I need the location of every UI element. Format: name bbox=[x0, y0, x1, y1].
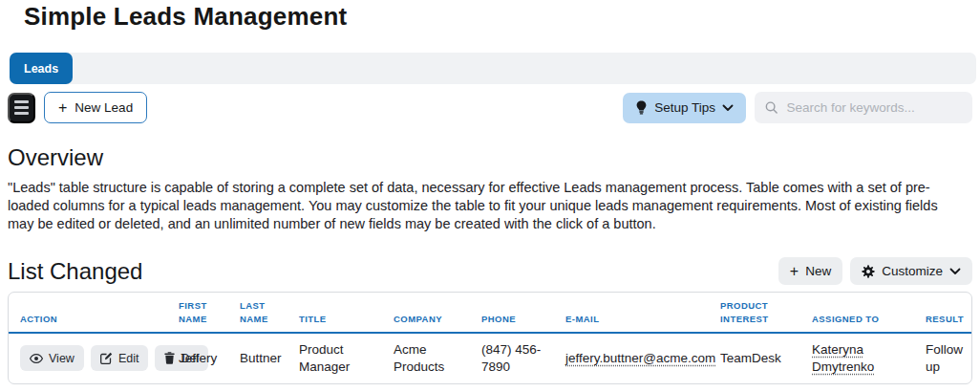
search-icon bbox=[765, 100, 778, 115]
table-row: View Edit bbox=[9, 333, 971, 383]
setup-tips-label: Setup Tips bbox=[654, 100, 715, 115]
chevron-down-icon bbox=[949, 268, 961, 275]
list-section-header: List Changed + New Customize bbox=[0, 257, 972, 285]
new-lead-label: New Lead bbox=[75, 100, 133, 115]
toolbar: + New Lead Setup Tips bbox=[8, 92, 972, 123]
tab-bar: Leads bbox=[10, 53, 976, 84]
edit-button[interactable]: Edit bbox=[91, 345, 149, 371]
hamburger-icon bbox=[14, 100, 29, 103]
plus-icon: + bbox=[790, 264, 799, 279]
cell-first-name: Jeffery bbox=[171, 333, 232, 383]
overview-heading: Overview bbox=[0, 144, 980, 171]
cell-phone: (847) 456-7890 bbox=[474, 333, 558, 383]
view-label: View bbox=[49, 352, 75, 365]
search-input[interactable] bbox=[786, 100, 962, 115]
new-record-label: New bbox=[805, 264, 831, 278]
cell-assigned-to-link[interactable]: Kateryna Dmytrenko bbox=[812, 342, 874, 374]
menu-button[interactable] bbox=[8, 93, 35, 123]
tab-leads[interactable]: Leads bbox=[10, 53, 73, 84]
column-header-result[interactable]: RESULT bbox=[918, 293, 971, 333]
chevron-down-icon bbox=[722, 104, 734, 112]
cell-email-link[interactable]: jeffery.buttner@acme.com bbox=[565, 351, 715, 365]
cell-company: Acme Products bbox=[386, 333, 474, 383]
page-title: Simple Leads Management bbox=[24, 2, 980, 32]
column-header-assigned-to[interactable]: ASSIGNED TO bbox=[804, 293, 918, 333]
column-header-action[interactable]: ACTION bbox=[9, 293, 171, 333]
new-lead-button[interactable]: + New Lead bbox=[44, 92, 147, 123]
customize-label: Customize bbox=[882, 264, 943, 278]
setup-tips-button[interactable]: Setup Tips bbox=[623, 93, 746, 123]
cell-product-interest: TeamDesk bbox=[713, 333, 804, 383]
plus-icon: + bbox=[58, 100, 67, 116]
eye-icon bbox=[30, 354, 43, 363]
edit-icon bbox=[100, 352, 113, 364]
new-record-button[interactable]: + New bbox=[778, 257, 842, 285]
edit-label: Edit bbox=[118, 352, 139, 365]
cell-title: Product Manager bbox=[291, 333, 386, 383]
cell-last-name: Buttner bbox=[232, 333, 291, 383]
column-header-first-name[interactable]: FIRST NAME bbox=[171, 293, 232, 333]
row-actions: View Edit bbox=[20, 345, 163, 371]
overview-body: "Leads" table structure is capable of st… bbox=[0, 179, 969, 233]
column-header-last-name[interactable]: LAST NAME bbox=[232, 293, 291, 333]
list-changed-heading: List Changed bbox=[0, 258, 778, 285]
column-header-company[interactable]: COMPANY bbox=[386, 293, 474, 333]
cell-result: Follow up bbox=[918, 333, 971, 383]
view-button[interactable]: View bbox=[20, 345, 84, 371]
search-box[interactable] bbox=[755, 92, 972, 123]
gear-icon bbox=[862, 265, 875, 278]
leads-table: ACTION FIRST NAME LAST NAME TITLE COMPAN… bbox=[8, 292, 972, 384]
customize-button[interactable]: Customize bbox=[850, 257, 972, 285]
table-header-row: ACTION FIRST NAME LAST NAME TITLE COMPAN… bbox=[9, 293, 971, 333]
column-header-product-interest[interactable]: PRODUCT INTEREST bbox=[713, 293, 804, 333]
column-header-title[interactable]: TITLE bbox=[291, 293, 386, 333]
column-header-phone[interactable]: PHONE bbox=[474, 293, 558, 333]
trash-icon bbox=[164, 352, 175, 364]
column-header-email[interactable]: E-MAIL bbox=[558, 293, 713, 333]
tab-leads-label: Leads bbox=[24, 62, 58, 76]
lightbulb-icon bbox=[635, 100, 648, 115]
